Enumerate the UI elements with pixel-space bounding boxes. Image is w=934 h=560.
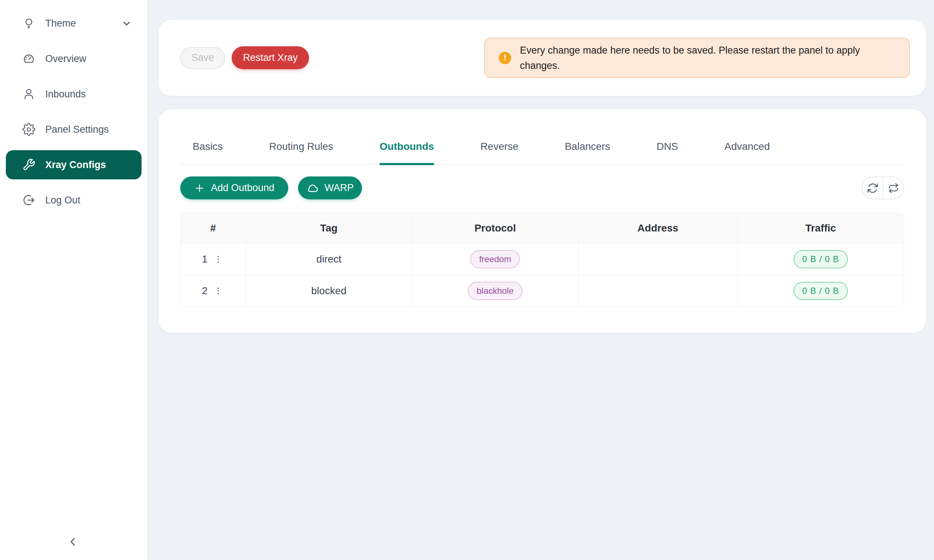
tag-cell: blocked [245, 275, 412, 307]
row-index: 1 [202, 253, 208, 265]
sidebar-item-xray-configs[interactable]: Xray Configs [6, 150, 142, 179]
tag-cell: direct [245, 243, 412, 275]
row-menu-button[interactable] [212, 285, 224, 297]
tab-basics[interactable]: Basics [193, 141, 223, 164]
tab-advanced[interactable]: Advanced [724, 141, 770, 164]
table-header-row: # Tag Protocol Address Traffic [180, 213, 904, 243]
sidebar-item-theme[interactable]: Theme [6, 9, 142, 38]
table-tools-group [862, 177, 904, 199]
sidebar-item-label: Inbounds [45, 89, 86, 100]
repeat-icon [888, 183, 899, 194]
chevron-left-icon [67, 535, 79, 548]
sidebar-item-label: Overview [45, 53, 86, 65]
warning-icon: ! [499, 52, 511, 64]
address-cell [578, 275, 737, 307]
sidebar-item-panel-settings[interactable]: Panel Settings [6, 115, 142, 144]
sidebar: Theme Overview [0, 0, 147, 560]
traffic-badge: 0 B / 0 B [794, 250, 848, 268]
gauge-icon [22, 52, 36, 66]
lightbulb-icon [22, 16, 36, 30]
warp-button[interactable]: WARP [298, 177, 362, 199]
sidebar-item-overview[interactable]: Overview [6, 44, 142, 73]
wrench-icon [22, 158, 36, 172]
ellipsis-vertical-icon [213, 286, 223, 296]
cloud-icon [307, 182, 319, 194]
sidebar-collapse-button[interactable] [62, 531, 84, 553]
tab-routing-rules[interactable]: Routing Rules [269, 141, 333, 164]
tab-bar: Basics Routing Rules Outbounds Reverse B… [180, 109, 904, 165]
gear-icon [22, 123, 36, 136]
protocol-badge: blackhole [468, 282, 522, 300]
app-root: Theme Overview [0, 0, 934, 560]
outbounds-table: # Tag Protocol Address Traffic 1 [180, 213, 904, 307]
repeat-button[interactable] [883, 177, 903, 199]
tab-outbounds[interactable]: Outbounds [379, 141, 434, 164]
actions-row: Add Outbound WARP [180, 177, 904, 199]
save-button[interactable]: Save [180, 47, 225, 69]
plus-icon [194, 183, 205, 194]
column-header-address: Address [578, 213, 737, 243]
protocol-badge: freedom [470, 250, 520, 268]
user-icon [22, 87, 36, 101]
tab-dns[interactable]: DNS [657, 141, 678, 164]
restart-xray-button[interactable]: Restart Xray [232, 46, 309, 69]
row-menu-button[interactable] [212, 253, 224, 265]
main-content: Save Restart Xray ! Every change made he… [147, 0, 934, 560]
column-header-tag: Tag [245, 213, 412, 243]
protocol-cell: blackhole [412, 275, 578, 307]
table-row: 1 direct freedom [180, 243, 904, 275]
traffic-cell: 0 B / 0 B [737, 275, 904, 307]
column-header-traffic: Traffic [737, 213, 904, 243]
sidebar-item-label: Log Out [45, 195, 80, 206]
column-header-protocol: Protocol [412, 213, 578, 243]
warning-alert-text: Every change made here needs to be saved… [520, 43, 888, 73]
toolbar-card: Save Restart Xray ! Every change made he… [158, 20, 926, 96]
tab-balancers[interactable]: Balancers [565, 141, 610, 164]
xray-configs-card: Basics Routing Rules Outbounds Reverse B… [158, 109, 926, 333]
address-cell [578, 243, 737, 275]
protocol-cell: freedom [412, 243, 578, 275]
table-row: 2 blocked blackhole [180, 275, 904, 307]
add-outbound-label: Add Outbound [211, 182, 274, 194]
column-header-index: # [180, 213, 245, 243]
refresh-button[interactable] [863, 177, 883, 199]
warp-label: WARP [325, 182, 354, 194]
sidebar-item-label: Theme [45, 18, 76, 29]
ellipsis-vertical-icon [213, 254, 223, 264]
tab-reverse[interactable]: Reverse [481, 141, 518, 164]
sidebar-item-label: Panel Settings [45, 124, 109, 135]
sidebar-item-label: Xray Configs [45, 159, 106, 171]
traffic-cell: 0 B / 0 B [737, 243, 904, 275]
sidebar-item-log-out[interactable]: Log Out [6, 186, 142, 215]
refresh-icon [867, 182, 879, 194]
warning-alert: ! Every change made here needs to be sav… [484, 38, 910, 78]
logout-icon [22, 193, 36, 207]
traffic-badge: 0 B / 0 B [794, 282, 848, 300]
sidebar-item-inbounds[interactable]: Inbounds [6, 80, 142, 109]
chevron-down-icon [121, 18, 132, 29]
add-outbound-button[interactable]: Add Outbound [180, 177, 288, 199]
row-index: 2 [202, 285, 208, 297]
